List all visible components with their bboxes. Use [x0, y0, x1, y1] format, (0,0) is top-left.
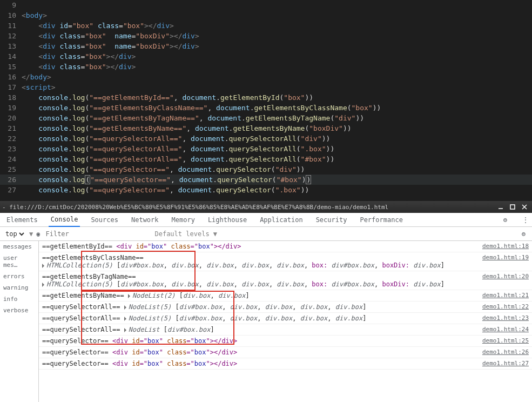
- code-line[interactable]: 27 console.log("==querySelector==", docu…: [0, 185, 532, 195]
- devtools-panel: ElementsConsoleSourcesNetworkMemoryLight…: [0, 213, 532, 402]
- sidebar-filter-errors[interactable]: errors: [0, 271, 38, 282]
- sidebar-filter-info[interactable]: info: [0, 293, 38, 305]
- code-line[interactable]: 13 <div class="box" name="boxDiv"></div>: [0, 41, 532, 51]
- log-content: ==querySelectorAll== NodeList [div#box.b…: [42, 326, 478, 333]
- code-content[interactable]: console.log("==querySelector==", documen…: [22, 185, 309, 195]
- console-log-row[interactable]: ==getElementsByClassName==HTMLCollection…: [39, 252, 532, 271]
- source-link[interactable]: demo1.html:21: [478, 292, 529, 299]
- line-number: 19: [0, 103, 22, 113]
- code-line[interactable]: 25 console.log("==querySelector==", docu…: [0, 164, 532, 175]
- tab-console[interactable]: Console: [49, 213, 80, 227]
- code-content[interactable]: console.log("==querySelectorAll==", docu…: [22, 144, 334, 154]
- code-content[interactable]: <div id="box" class="box"></div>: [22, 21, 174, 31]
- minimize-button[interactable]: [495, 203, 506, 211]
- log-content: ==querySelector== <div id="box" class="b…: [42, 337, 478, 345]
- code-content[interactable]: <div class="box"></div>: [22, 62, 136, 72]
- log-content: ==querySelector== <div id="box" class="b…: [42, 349, 478, 356]
- tab-memory[interactable]: Memory: [170, 213, 197, 227]
- code-content[interactable]: console.log("==getElementsByClassName=="…: [22, 103, 381, 113]
- code-line[interactable]: 22 console.log("==querySelectorAll==", d…: [0, 133, 532, 144]
- code-line[interactable]: 16</body>: [0, 72, 532, 82]
- code-content[interactable]: console.log("==getElementById==", docume…: [22, 92, 313, 103]
- code-line[interactable]: 12 <div class="box" name="boxDiv"></div>: [0, 31, 532, 41]
- log-content: ==getElementById== <div id="box" class="…: [42, 243, 478, 250]
- console-log-row[interactable]: ==getElementById== <div id="box" class="…: [39, 241, 532, 252]
- code-line[interactable]: 9: [0, 0, 532, 10]
- filter-input[interactable]: [43, 229, 151, 239]
- code-line[interactable]: 11 <div id="box" class="box"></div>: [0, 21, 532, 31]
- code-content[interactable]: <div class="box" name="boxDiv"></div>: [22, 31, 199, 41]
- code-line[interactable]: 20 console.log("==getElementsByTagName==…: [0, 113, 532, 123]
- console-log-row[interactable]: ==getElementsByTagName==HTMLCollection(5…: [39, 271, 532, 290]
- console-log-row[interactable]: ==querySelectorAll== NodeList(5) [div#bo…: [39, 313, 532, 324]
- tab-application[interactable]: Application: [258, 213, 305, 227]
- code-content[interactable]: <body>: [22, 10, 47, 21]
- code-line[interactable]: 14 <div class="box"></div>: [0, 51, 532, 62]
- sidebar-filter-usermes[interactable]: user mes…: [0, 252, 38, 271]
- source-link[interactable]: demo1.html:27: [478, 360, 529, 367]
- line-number: 10: [0, 10, 22, 21]
- source-link[interactable]: demo1.html:24: [478, 326, 529, 333]
- maximize-button[interactable]: [507, 203, 518, 211]
- code-content[interactable]: <div class="box" name="boxDiv"></div>: [22, 41, 199, 51]
- sidebar-filter-warning[interactable]: warning: [0, 282, 38, 293]
- tab-network[interactable]: Network: [129, 213, 161, 227]
- tab-sources[interactable]: Sources: [89, 213, 120, 227]
- code-line[interactable]: 21 console.log("==getElementsByName==", …: [0, 123, 532, 133]
- source-link[interactable]: demo1.html:19: [478, 254, 529, 261]
- code-line[interactable]: 19 console.log("==getElementsByClassName…: [0, 103, 532, 113]
- gear-icon[interactable]: ⚙: [500, 216, 510, 224]
- code-content[interactable]: console.log("==querySelector==", documen…: [22, 164, 305, 175]
- console-log-row[interactable]: ==getElementsByName== NodeList(2) [div.b…: [39, 290, 532, 302]
- tab-lighthouse[interactable]: Lighthouse: [206, 213, 249, 227]
- code-line[interactable]: 15 <div class="box"></div>: [0, 62, 532, 72]
- code-line[interactable]: 26 console.log("==querySelector==", docu…: [0, 175, 532, 185]
- code-line[interactable]: 24 console.log("==querySelectorAll==", d…: [0, 154, 532, 164]
- sidebar-filter-messages[interactable]: messages: [0, 241, 38, 252]
- code-line[interactable]: 18 console.log("==getElementById==", doc…: [0, 92, 532, 103]
- source-link[interactable]: demo1.html:25: [478, 337, 529, 344]
- source-link[interactable]: demo1.html:23: [478, 314, 529, 321]
- code-line[interactable]: 10<body>: [0, 10, 532, 21]
- source-link[interactable]: demo1.html:26: [478, 349, 529, 356]
- tab-security[interactable]: Security: [314, 213, 349, 227]
- console-output[interactable]: ==getElementById== <div id="box" class="…: [39, 241, 532, 402]
- code-content[interactable]: </body>: [22, 72, 51, 82]
- tab-performance[interactable]: Performance: [358, 213, 405, 227]
- console-log-row[interactable]: ==querySelector== <div id="box" class="b…: [39, 358, 532, 370]
- console-log-row[interactable]: ==querySelector== <div id="box" class="b…: [39, 336, 532, 347]
- source-link[interactable]: demo1.html:20: [478, 273, 529, 280]
- sidebar-filter-verbose[interactable]: verbose: [0, 305, 38, 316]
- console-log-row[interactable]: ==querySelectorAll== NodeList(5) [div#bo…: [39, 302, 532, 313]
- line-number: 20: [0, 113, 22, 123]
- code-content[interactable]: <script>: [22, 82, 56, 92]
- line-number: 15: [0, 62, 22, 72]
- more-icon[interactable]: ⋮: [519, 216, 532, 224]
- console-settings-icon[interactable]: ⚙: [518, 230, 529, 238]
- code-line[interactable]: 17<script>: [0, 82, 532, 92]
- live-expression-icon[interactable]: ◉: [36, 230, 40, 238]
- code-editor[interactable]: 910<body>11 <div id="box" class="box"></…: [0, 0, 532, 201]
- tab-elements[interactable]: Elements: [4, 213, 40, 227]
- source-link[interactable]: demo1.html:22: [478, 303, 529, 310]
- code-content[interactable]: console.log("==querySelectorAll==", docu…: [22, 154, 334, 164]
- execution-context-select[interactable]: top: [3, 230, 26, 238]
- close-button[interactable]: [519, 203, 530, 211]
- source-link[interactable]: demo1.html:18: [478, 243, 529, 250]
- console-log-row[interactable]: ==querySelector== <div id="box" class="b…: [39, 347, 532, 358]
- console-sidebar[interactable]: messagesuser mes…errorswarninginfoverbos…: [0, 241, 39, 402]
- code-content[interactable]: console.log("==querySelector==", documen…: [22, 175, 311, 185]
- code-line[interactable]: 23 console.log("==querySelectorAll==", d…: [0, 144, 532, 154]
- console-log-row[interactable]: ==querySelectorAll== NodeList [div#box.b…: [39, 324, 532, 336]
- code-content[interactable]: console.log("==getElementsByName==", doc…: [22, 123, 352, 133]
- line-number: 18: [0, 92, 22, 103]
- code-content[interactable]: console.log("==querySelectorAll==", docu…: [22, 133, 330, 144]
- line-number: 23: [0, 144, 22, 154]
- code-content[interactable]: <div class="box"></div>: [22, 51, 136, 62]
- line-number: 22: [0, 133, 22, 144]
- log-levels-dropdown[interactable]: Default levels ▼: [154, 230, 217, 238]
- code-content[interactable]: console.log("==getElementsByTagName==", …: [22, 113, 364, 123]
- line-number: 25: [0, 164, 22, 175]
- console-toolbar: top ▼ ◉ Default levels ▼ ⚙: [0, 227, 532, 241]
- line-number: 12: [0, 31, 22, 41]
